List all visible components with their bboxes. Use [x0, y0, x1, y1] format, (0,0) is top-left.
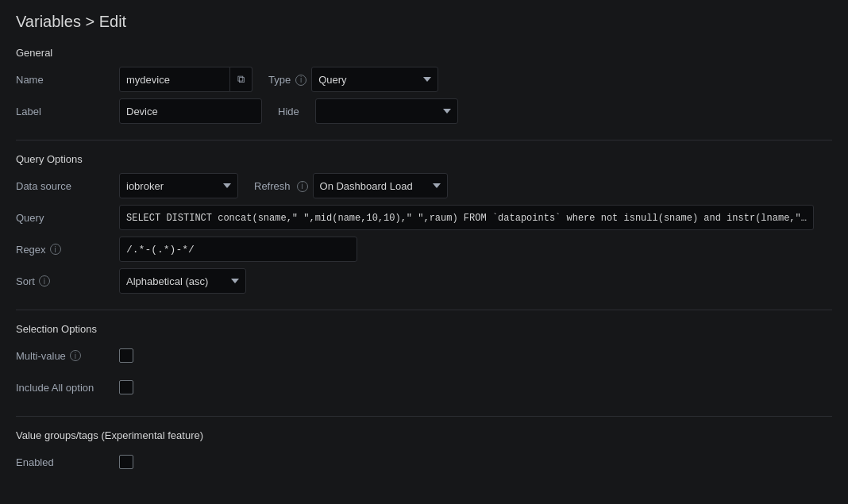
- hide-select[interactable]: Label Variable: [315, 98, 458, 124]
- type-info-icon[interactable]: i: [295, 75, 306, 86]
- type-select[interactable]: Query Custom Text box Constant Data sour…: [311, 67, 438, 92]
- multi-value-row: Multi-value i: [16, 343, 832, 368]
- multi-value-info-icon[interactable]: i: [70, 350, 81, 361]
- type-info-icon-wrapper: i: [295, 73, 306, 86]
- include-all-label: Include All option: [16, 382, 119, 394]
- enabled-label: Enabled: [16, 456, 119, 468]
- name-input[interactable]: [119, 67, 230, 92]
- regex-row: Regex i: [16, 237, 832, 262]
- query-options-section: Query Options Data source iobroker Refre…: [16, 153, 832, 294]
- datasource-label: Data source: [16, 180, 119, 192]
- refresh-label: Refresh: [254, 180, 291, 192]
- name-copy-button[interactable]: ⧉: [230, 67, 252, 92]
- value-groups-title: Value groups/tags (Experimental feature): [16, 429, 832, 441]
- general-section: General Name ⧉ Type i Query Custom Text …: [16, 47, 832, 124]
- refresh-select[interactable]: On Dashboard Load Never On Time Range Ch…: [313, 173, 448, 198]
- sort-row: Sort i Alphabetical (asc) Alphabetical (…: [16, 268, 832, 294]
- copy-icon: ⧉: [237, 73, 245, 86]
- enabled-row: Enabled: [16, 449, 832, 475]
- sort-select[interactable]: Alphabetical (asc) Alphabetical (desc) N…: [119, 268, 246, 294]
- query-options-section-title: Query Options: [16, 153, 832, 165]
- type-label: Type: [268, 74, 291, 86]
- label-hide-row: Label Hide Label Variable: [16, 98, 832, 124]
- general-section-title: General: [16, 47, 832, 59]
- query-label: Query: [16, 212, 119, 224]
- regex-info-icon[interactable]: i: [50, 244, 61, 255]
- name-label: Name: [16, 74, 119, 86]
- page-title: Variables > Edit: [16, 13, 832, 31]
- sort-info-icon[interactable]: i: [39, 275, 50, 287]
- query-divider: [16, 310, 832, 310]
- query-input[interactable]: SELECT DISTINCT concat(sname," ",mid(nam…: [119, 205, 814, 230]
- multi-value-checkbox[interactable]: [119, 348, 133, 363]
- multi-value-label: Multi-value i: [16, 350, 119, 362]
- include-all-row: Include All option: [16, 375, 832, 400]
- selection-options-title: Selection Options: [16, 323, 832, 335]
- datasource-select[interactable]: iobroker: [119, 173, 238, 198]
- hide-label: Hide: [278, 106, 299, 117]
- datasource-refresh-row: Data source iobroker Refresh i On Dashbo…: [16, 173, 832, 198]
- query-row: Query SELECT DISTINCT concat(sname," ",m…: [16, 205, 832, 230]
- value-groups-section: Value groups/tags (Experimental feature)…: [16, 429, 832, 475]
- name-input-group: ⧉: [119, 67, 252, 92]
- selection-options-section: Selection Options Multi-value i Include …: [16, 323, 832, 400]
- regex-input[interactable]: [119, 237, 357, 262]
- regex-label: Regex i: [16, 244, 119, 256]
- enabled-checkbox[interactable]: [119, 455, 133, 469]
- sort-label: Sort i: [16, 275, 119, 287]
- refresh-info-icon[interactable]: i: [297, 181, 308, 192]
- general-divider: [16, 140, 832, 140]
- label-label: Label: [16, 106, 119, 117]
- selection-divider: [16, 416, 832, 417]
- label-input[interactable]: [119, 98, 262, 124]
- name-type-row: Name ⧉ Type i Query Custom Text box Cons…: [16, 67, 832, 92]
- include-all-checkbox[interactable]: [119, 380, 133, 394]
